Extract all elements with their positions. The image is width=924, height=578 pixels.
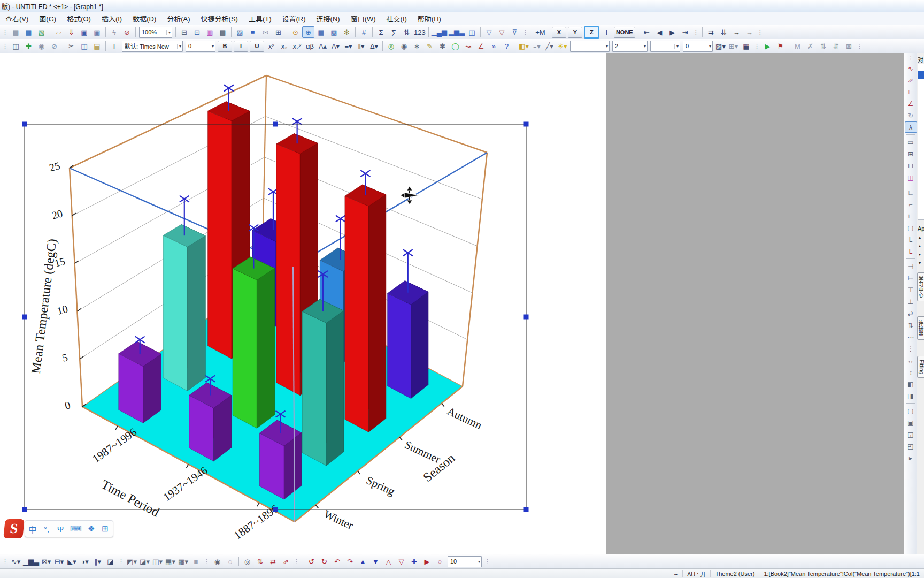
uniform-height-icon[interactable]: ↕ bbox=[905, 367, 917, 378]
font-name-combo[interactable]: 默认: Times New▾ bbox=[122, 41, 183, 52]
italic-button[interactable]: I bbox=[234, 41, 248, 52]
unmask-points-icon[interactable]: ◌ bbox=[224, 556, 236, 567]
bar-summer-1887~1896[interactable] bbox=[345, 170, 386, 432]
add-new-columns-icon[interactable]: # bbox=[358, 26, 370, 38]
lock-icon[interactable]: ⊠ bbox=[843, 40, 855, 52]
object-manager-tree[interactable] bbox=[918, 64, 924, 220]
send-graph-icon[interactable]: ▥ bbox=[204, 26, 216, 38]
selection-handle[interactable] bbox=[22, 315, 27, 320]
run-script-icon[interactable]: ▶ bbox=[761, 40, 774, 52]
align-hcenter-icon[interactable]: ⇄ bbox=[905, 308, 917, 319]
y-mode-button[interactable]: Y bbox=[568, 27, 582, 38]
image-plot-icon[interactable]: ⊠▾ bbox=[40, 556, 52, 567]
merge-graphs-icon[interactable]: ◫ bbox=[466, 26, 478, 38]
fence-icon[interactable]: ǁ▾ bbox=[355, 40, 367, 52]
ungroup-objects-icon[interactable]: ◨ bbox=[905, 390, 917, 401]
stock-plot-icon[interactable]: ∥▾ bbox=[91, 556, 104, 567]
menu-gadgets[interactable]: 快捷分析(S) bbox=[196, 12, 243, 25]
scroll-up-icon[interactable]: ▴ bbox=[919, 235, 921, 240]
align-top-icon[interactable]: ⊤ bbox=[905, 284, 917, 295]
sogou-logo[interactable]: S bbox=[3, 519, 25, 538]
cut-icon[interactable]: ✂ bbox=[65, 40, 78, 52]
zoom-tool-icon[interactable]: ⊕ bbox=[302, 26, 314, 38]
open-icon[interactable]: ▱ bbox=[52, 26, 65, 38]
digitizer-icon[interactable]: ϟ bbox=[108, 26, 120, 38]
refresh-axes-icon[interactable]: ↻ bbox=[905, 110, 917, 121]
skip-points-icon[interactable]: » bbox=[488, 40, 500, 52]
font-size-combo[interactable]: 0▾ bbox=[186, 41, 215, 52]
arrow-tool-icon[interactable]: → bbox=[730, 26, 743, 38]
copy-page-icon[interactable]: ▨ bbox=[234, 26, 246, 38]
mask-points-icon[interactable]: ◉ bbox=[211, 556, 224, 567]
stop-record-icon[interactable]: ⊘ bbox=[121, 26, 133, 38]
rescale-xy-icon[interactable]: ∠ bbox=[905, 98, 917, 109]
hatch-pattern-icon[interactable]: ▨▾ bbox=[714, 40, 727, 52]
underline-button[interactable]: U bbox=[250, 41, 264, 52]
plot-setup-icon[interactable]: ▁▄▆ bbox=[431, 26, 448, 38]
tilt-right-icon[interactable]: ↷ bbox=[344, 556, 356, 567]
expand-icon[interactable]: ▸ bbox=[905, 452, 917, 463]
plot-clone-icon[interactable]: ▂▆▃ bbox=[448, 26, 465, 38]
new-workbook-icon[interactable]: ▦ bbox=[22, 26, 35, 38]
worksheet-query-icon[interactable]: ▩ bbox=[328, 26, 340, 38]
first-plot-icon[interactable]: ⇤ bbox=[641, 26, 653, 38]
move-points-horizontal-icon[interactable]: ⇄ bbox=[267, 556, 279, 567]
find-icon[interactable]: ⊙ bbox=[289, 26, 302, 38]
rescale-axes-icon[interactable]: ∟ bbox=[905, 86, 917, 97]
menu-insert[interactable]: 插入(I) bbox=[96, 12, 127, 25]
exchange-xy-icon[interactable]: ⇅ bbox=[817, 40, 829, 52]
object-manager-selected-item[interactable] bbox=[918, 71, 924, 79]
menu-window[interactable]: 窗口(W) bbox=[345, 12, 381, 25]
rescale-layer-icon[interactable]: λ bbox=[905, 121, 917, 133]
enlarger-icon[interactable]: ⇗ bbox=[905, 74, 917, 86]
selection-handle[interactable] bbox=[524, 315, 529, 320]
symbol-map-icon[interactable]: Δ▾ bbox=[368, 40, 380, 52]
bold-button[interactable]: B bbox=[218, 41, 232, 52]
alignment-icon[interactable]: ≡▾ bbox=[342, 40, 355, 52]
menu-format[interactable]: 格式(O) bbox=[61, 12, 96, 25]
axis-left-red-icon[interactable]: L bbox=[905, 246, 917, 257]
axis-frame-icon[interactable]: ▢ bbox=[905, 222, 917, 233]
bar-winter-1987~1996[interactable] bbox=[119, 337, 161, 423]
scroll-down2-icon[interactable]: ▾ bbox=[919, 261, 921, 265]
selection-handle[interactable] bbox=[22, 507, 27, 512]
selection-handle[interactable] bbox=[524, 122, 529, 127]
borders-icon[interactable]: ⊞▾ bbox=[727, 40, 740, 52]
table-format-icon[interactable]: ▦ bbox=[740, 40, 752, 52]
super-subscript-icon[interactable]: x₂² bbox=[291, 40, 303, 52]
line-style-combo[interactable]: ———▾ bbox=[570, 41, 610, 52]
menu-help[interactable]: 帮助(H) bbox=[412, 12, 446, 25]
distribute-vertical-icon[interactable]: ⋮ bbox=[905, 343, 917, 354]
import-wizard-icon[interactable]: ⇓ bbox=[65, 26, 78, 38]
paste-icon[interactable]: ▤ bbox=[91, 40, 103, 52]
column-plot-icon[interactable]: ▁▆▃ bbox=[22, 556, 40, 567]
previous-plot-icon[interactable]: ◀ bbox=[653, 26, 666, 38]
data-display-icon[interactable]: ◉ bbox=[398, 40, 410, 52]
fit-frame-to-layer-icon[interactable]: ✚ bbox=[408, 556, 420, 567]
3d-surface-icon[interactable]: ◪▾ bbox=[138, 556, 151, 567]
panel-tab-fitting[interactable]: Fitting bbox=[917, 356, 924, 378]
x-mode-button[interactable]: X bbox=[552, 27, 566, 38]
panel-tab-connector[interactable]: 连接器 bbox=[917, 316, 924, 340]
selection-on-all-plots-icon[interactable]: ∠ bbox=[475, 40, 487, 52]
selection-on-active-plot-icon[interactable]: ↝ bbox=[462, 40, 474, 52]
heatmap-plot-icon[interactable]: ▩▾ bbox=[177, 556, 189, 567]
scroll-down-icon[interactable]: ▾ bbox=[919, 252, 921, 257]
sort-icon[interactable]: ⇅ bbox=[401, 26, 413, 38]
chevron-down-icon[interactable]: ▾ bbox=[707, 44, 711, 49]
menu-graph[interactable]: 图(G) bbox=[34, 12, 61, 25]
copy-icon[interactable]: ◫ bbox=[78, 40, 90, 52]
font-button-icon[interactable]: T bbox=[108, 40, 120, 52]
ime-skin-icon[interactable]: ❖ bbox=[87, 524, 96, 534]
axis-bottom-right-icon[interactable]: ∟ bbox=[905, 210, 917, 222]
zoom-level-combo[interactable]: 100%▾ bbox=[139, 27, 172, 38]
menu-data[interactable]: 数据(D) bbox=[127, 12, 161, 25]
tilt-left-icon[interactable]: ↶ bbox=[331, 556, 343, 567]
ime-punctuation-icon[interactable]: °, bbox=[42, 524, 51, 534]
append-graph-icon[interactable]: ✚ bbox=[22, 40, 35, 52]
align-left-icon[interactable]: ⊣ bbox=[905, 261, 917, 272]
theme-organizer-icon[interactable]: ⚑ bbox=[774, 40, 787, 52]
exchange-scale-icon[interactable]: ⇵ bbox=[830, 40, 842, 52]
increase-perspective-icon[interactable]: △ bbox=[382, 556, 395, 567]
move-points-vertical-icon[interactable]: ⇅ bbox=[254, 556, 266, 567]
